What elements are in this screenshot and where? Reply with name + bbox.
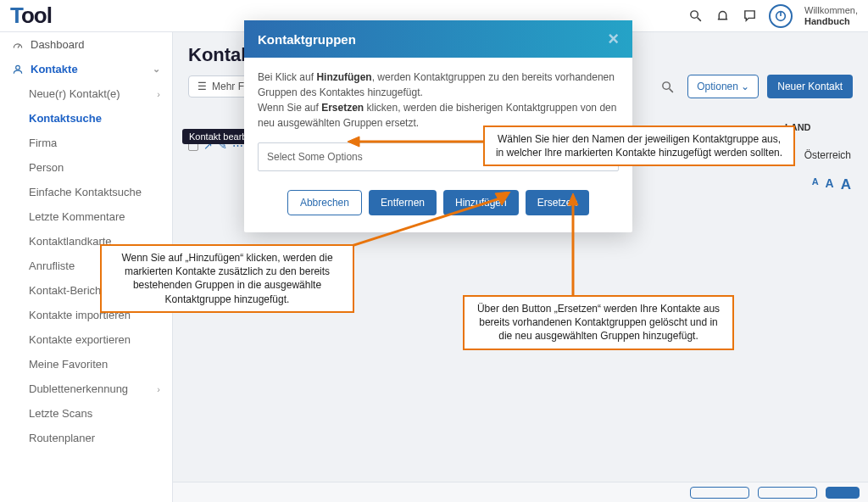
- sidebar-contacts[interactable]: Kontakte ⌄: [0, 57, 172, 81]
- bell-icon[interactable]: [715, 8, 730, 24]
- sidebar-item-simple-search[interactable]: Einfache Kontaktsuche: [0, 180, 172, 204]
- sidebar-item-export[interactable]: Kontakte exportieren: [0, 327, 172, 352]
- svg-point-6: [663, 81, 670, 89]
- modal-actions: Abbrechen Entfernen Hinzufügen Ersetzen: [244, 183, 632, 232]
- modal-header: Kontaktgruppen ×: [244, 20, 632, 58]
- gauge-icon: [12, 39, 24, 51]
- footer-btn-2[interactable]: [758, 487, 817, 499]
- logo-mark: T: [10, 3, 21, 28]
- svg-line-4: [18, 45, 19, 48]
- sidebar-contacts-label: Kontakte: [31, 63, 78, 75]
- sidebar-item-routeplanner[interactable]: Routenplaner: [0, 426, 172, 450]
- svg-line-7: [669, 88, 672, 92]
- welcome-label: Willkommen,: [804, 5, 858, 15]
- welcome-name: Handbuch: [804, 16, 850, 26]
- sidebar-dashboard-label: Dashboard: [31, 38, 85, 51]
- topbar-actions: Willkommen, Handbuch: [687, 4, 858, 28]
- sidebar-item-dedupe[interactable]: Dublettenerkennung›: [0, 376, 172, 401]
- cell-land: Österreich: [804, 149, 851, 161]
- logo-text: ool: [21, 3, 52, 28]
- sidebar-item-kontaktsuche[interactable]: Kontaktsuche: [0, 106, 172, 131]
- logo: Tool: [10, 3, 52, 29]
- svg-point-0: [690, 11, 698, 18]
- sidebar-item-new-contact[interactable]: Neue(r) Kontakt(e)›: [0, 81, 172, 106]
- callout-select: Wählen Sie hier den Namen der jeweiligen…: [483, 126, 795, 166]
- options-dropdown[interactable]: Optionen ⌄: [687, 75, 759, 98]
- callout-replace: Über den Button „Ersetzen“ werden Ihre K…: [463, 295, 734, 350]
- sidebar-item-favorites[interactable]: Meine Favoriten: [0, 352, 172, 376]
- callout-add: Wenn Sie auf „Hinzufügen“ klicken, werde…: [100, 244, 354, 313]
- filter-icon: ☰: [198, 81, 207, 92]
- sidebar-item-scans[interactable]: Letzte Scans: [0, 401, 172, 426]
- close-icon[interactable]: ×: [608, 30, 619, 48]
- chevron-right-icon: ›: [157, 89, 160, 99]
- cancel-button[interactable]: Abbrechen: [287, 190, 362, 215]
- sidebar-dashboard[interactable]: Dashboard: [0, 32, 172, 57]
- search-icon[interactable]: [687, 8, 703, 24]
- svg-line-1: [697, 18, 700, 21]
- remove-button[interactable]: Entfernen: [369, 190, 437, 215]
- chevron-down-icon: ⌄: [741, 81, 749, 92]
- footer-btn-1[interactable]: [690, 487, 749, 499]
- chevron-down-icon: ⌄: [153, 64, 160, 75]
- chevron-right-icon: ›: [157, 384, 160, 394]
- footer-btn-3[interactable]: [826, 487, 860, 499]
- new-contact-button[interactable]: Neuer Kontakt: [767, 75, 853, 98]
- sidebar-item-person[interactable]: Person: [0, 155, 172, 180]
- add-button[interactable]: Hinzufügen: [443, 190, 519, 215]
- power-icon[interactable]: [769, 4, 793, 28]
- font-size-controls[interactable]: AAA: [812, 176, 851, 193]
- svg-point-5: [16, 65, 20, 70]
- search-icon[interactable]: [655, 75, 679, 98]
- footer-bar: [173, 482, 868, 502]
- modal-title: Kontaktgruppen: [258, 32, 356, 47]
- chat-icon[interactable]: [742, 8, 757, 24]
- th-land: LAND: [785, 122, 853, 132]
- replace-button[interactable]: Ersetzen: [526, 190, 589, 215]
- welcome-block: Willkommen, Handbuch: [804, 5, 858, 25]
- sidebar-item-comments[interactable]: Letzte Kommentare: [0, 204, 172, 229]
- user-icon: [12, 64, 24, 75]
- sidebar-item-firma[interactable]: Firma: [0, 131, 172, 155]
